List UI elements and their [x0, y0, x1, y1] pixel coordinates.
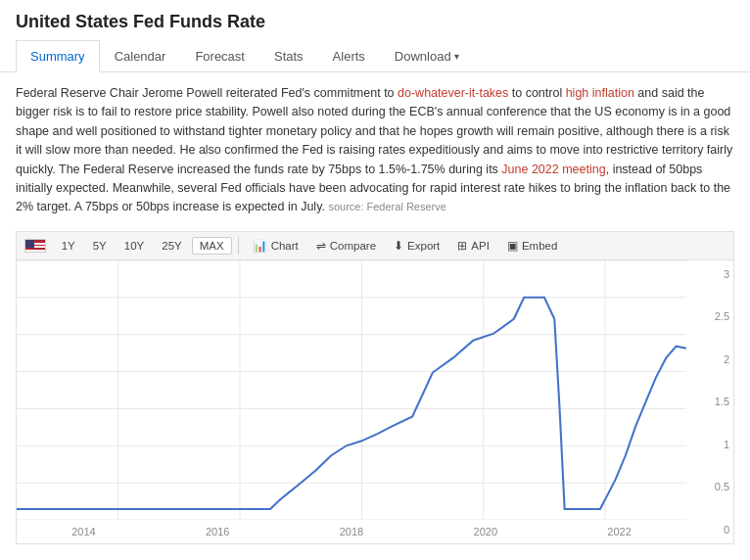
chart-inner: [17, 260, 686, 520]
time-btn-25y[interactable]: 25Y: [154, 237, 189, 255]
tab-forecast[interactable]: Forecast: [180, 40, 259, 71]
x-label-2014: 2014: [71, 526, 95, 537]
export-label: Export: [407, 240, 440, 252]
flag-icon[interactable]: [24, 239, 46, 253]
chart-line: [17, 297, 686, 508]
chart-area: 3 2.5 2 1.5 1 0.5 0: [16, 260, 734, 544]
tab-calendar[interactable]: Calendar: [100, 40, 181, 71]
embed-button[interactable]: ▣ Embed: [499, 237, 565, 255]
time-btn-5y[interactable]: 5Y: [85, 237, 115, 255]
api-label: API: [471, 240, 490, 252]
separator-1: [238, 237, 239, 255]
y-label-3: 3: [690, 268, 729, 280]
time-btn-1y[interactable]: 1Y: [54, 237, 83, 255]
tab-bar: Summary Calendar Forecast Stats Alerts D…: [16, 40, 734, 71]
x-label-2022: 2022: [607, 526, 631, 537]
y-label-25: 2.5: [690, 310, 729, 322]
export-icon: ⬇: [394, 239, 403, 253]
article-source: source: Federal Reserve: [328, 201, 445, 212]
tab-download[interactable]: Download: [380, 40, 474, 71]
tab-summary[interactable]: Summary: [16, 40, 100, 72]
embed-icon: ▣: [507, 239, 518, 253]
compare-button[interactable]: ⇌ Compare: [308, 237, 384, 255]
article-body: Federal Reserve Chair Jerome Powell reit…: [16, 86, 732, 213]
y-label-0: 0: [690, 524, 729, 536]
tab-stats[interactable]: Stats: [259, 40, 318, 71]
chart-icon: 📊: [253, 239, 267, 253]
chart-label: Chart: [271, 240, 299, 252]
tab-alerts[interactable]: Alerts: [318, 40, 380, 71]
chart-button[interactable]: 📊 Chart: [245, 237, 306, 255]
time-btn-10y[interactable]: 10Y: [117, 237, 152, 255]
y-label-1: 1: [690, 439, 729, 450]
api-button[interactable]: ⊞ API: [449, 237, 497, 255]
x-label-2016: 2016: [206, 526, 229, 537]
y-label-05: 0.5: [690, 481, 729, 492]
compare-label: Compare: [330, 240, 376, 252]
api-icon: ⊞: [457, 239, 467, 253]
embed-label: Embed: [522, 240, 557, 252]
chart-toolbar: 1Y 5Y 10Y 25Y MAX 📊 Chart ⇌ Compare ⬇ Ex…: [16, 231, 734, 260]
compare-icon: ⇌: [316, 239, 326, 253]
header: United States Fed Funds Rate Summary Cal…: [0, 0, 750, 72]
x-label-2020: 2020: [474, 526, 497, 537]
x-label-2018: 2018: [340, 526, 363, 537]
y-axis: 3 2.5 2 1.5 1 0.5 0: [686, 260, 733, 543]
chart-svg: [17, 260, 686, 520]
x-axis: 2014 2016 2018 2020 2022: [17, 520, 686, 543]
y-label-2: 2: [690, 353, 729, 365]
export-button[interactable]: ⬇ Export: [386, 237, 447, 255]
content-area: Federal Reserve Chair Jerome Powell reit…: [0, 72, 750, 556]
page-title: United States Fed Funds Rate: [16, 12, 734, 32]
y-label-15: 1.5: [690, 396, 729, 407]
time-btn-max[interactable]: MAX: [192, 237, 232, 255]
article-text: Federal Reserve Chair Jerome Powell reit…: [16, 84, 734, 217]
